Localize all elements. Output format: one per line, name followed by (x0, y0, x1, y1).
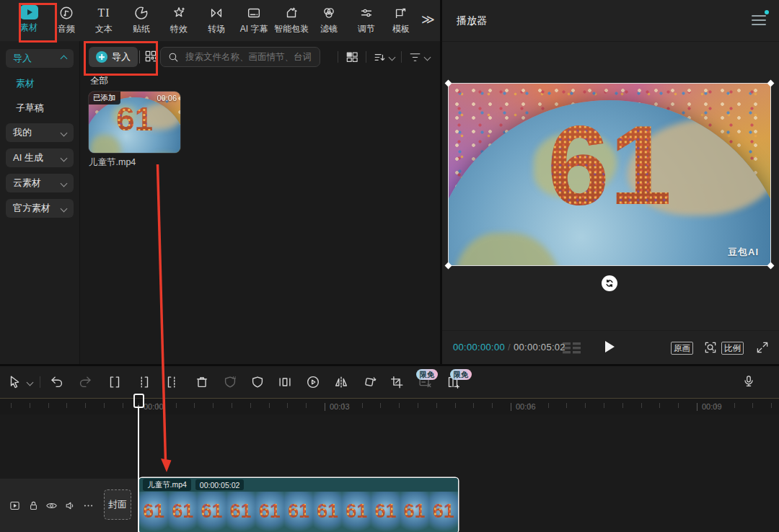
select-tool-icon[interactable] (7, 374, 23, 390)
media-thumbnail-card[interactable]: 已添加 00:06 61 (89, 92, 180, 153)
tab-ai-captions[interactable]: AI 字幕 (235, 0, 273, 35)
plus-icon (96, 51, 107, 63)
clip-header: 儿童节.mp4 00:00:05:02 (139, 478, 458, 492)
current-time: 00:00:00:00 (453, 342, 505, 353)
video-clip[interactable]: 儿童节.mp4 00:00:05:02 61 61 61 61 61 61 61… (139, 478, 458, 532)
grid-view-icon[interactable] (345, 50, 359, 64)
top-toolbar: 素材 音频 TI 文本 贴纸 特效 转场 AI 字幕 智能包装 (0, 0, 440, 41)
sidebar-import-header[interactable]: 导入 (6, 49, 74, 68)
sidebar-item-official[interactable]: 官方素材 (6, 199, 74, 218)
sort-control[interactable] (373, 50, 395, 64)
filter-circles-icon (321, 5, 337, 21)
search-input[interactable] (184, 51, 313, 63)
scan-import-icon[interactable] (144, 49, 158, 63)
fullscreen-icon[interactable] (755, 340, 770, 355)
sidebar-item-ai-generate[interactable]: AI 生成 (6, 148, 74, 167)
added-badge: 已添加 (89, 92, 120, 105)
visibility-eye-icon[interactable] (45, 500, 58, 512)
sidebar-item-media[interactable]: 素材 (16, 77, 35, 90)
ai-matting-icon[interactable]: AI (222, 374, 238, 390)
sidebar-item-cloud[interactable]: 云素材 (6, 174, 74, 192)
transition-icon (208, 5, 224, 21)
ruler-ticks (0, 403, 779, 408)
clip-name-badge: 儿童节.mp4 (143, 479, 191, 491)
toolbar-expand-button[interactable]: ≫ (421, 12, 433, 27)
rotate-loop-button[interactable] (602, 275, 617, 291)
sort-icon (373, 50, 387, 64)
category-all-label[interactable]: 全部 (90, 75, 108, 87)
rotate-icon[interactable] (361, 374, 377, 390)
playhead-handle[interactable] (133, 394, 144, 408)
undo-icon[interactable] (49, 374, 65, 390)
mirror-icon[interactable] (333, 374, 349, 390)
clip-filmstrip: 61 61 61 61 61 61 61 61 61 61 61 (139, 492, 458, 532)
tab-adjust[interactable]: 调节 (348, 0, 385, 35)
freeze-frame-icon[interactable] (277, 374, 293, 390)
video-editor-app: 素材 音频 TI 文本 贴纸 特效 转场 AI 字幕 智能包装 (0, 0, 779, 532)
sticker-icon (133, 5, 149, 21)
split-icon[interactable] (107, 374, 123, 390)
timecode: 00:00:00:00/00:00:05:02 (453, 342, 565, 353)
more-options-icon[interactable] (82, 500, 94, 512)
tab-smart-package[interactable]: 智能包装 (273, 0, 310, 35)
library-sidebar: 导入 素材 子草稿 我的 AI 生成 云素材 官方素材 (0, 41, 80, 364)
tab-audio[interactable]: 音频 (48, 0, 85, 35)
speed-icon[interactable] (305, 374, 321, 390)
sidebar-item-subdraft[interactable]: 子草稿 (16, 102, 44, 115)
adjust-sliders-icon (358, 5, 374, 21)
filter-control[interactable] (408, 50, 430, 64)
crop-icon[interactable] (389, 374, 405, 390)
preview-video-frame: 61 豆包AI (449, 84, 770, 265)
cover-button[interactable]: 封面 (104, 489, 131, 520)
free-badge: 限免 (416, 369, 438, 380)
chevron-up-icon (61, 55, 68, 62)
original-quality-button[interactable]: 原画 (671, 342, 693, 355)
tab-media[interactable]: 素材 (10, 0, 48, 34)
tab-filter[interactable]: 滤镜 (310, 0, 348, 35)
player-menu-icon[interactable] (752, 15, 766, 25)
search-box (160, 47, 320, 67)
chevron-down-icon (61, 179, 68, 187)
delete-icon[interactable] (194, 374, 210, 390)
import-button[interactable]: 导入 (89, 47, 138, 67)
ruler-label: 00:03 (325, 402, 350, 411)
redo-icon[interactable] (77, 374, 93, 390)
divider (40, 376, 40, 388)
tab-transition[interactable]: 转场 (198, 0, 235, 35)
timeline-ruler[interactable]: 00:00 00:03 00:06 00:09 (0, 398, 779, 415)
record-mic-icon[interactable] (741, 374, 756, 389)
sidebar-item-mine[interactable]: 我的 (6, 123, 74, 142)
chevron-down-icon[interactable] (27, 379, 34, 386)
preview-zoom-icon[interactable] (703, 340, 718, 355)
library-view-tools (338, 47, 430, 67)
chevron-down-icon (61, 205, 68, 212)
tab-template[interactable]: 模板 (385, 0, 417, 35)
track-area: 封面 儿童节.mp4 00:00:05:02 61 61 61 61 61 61… (0, 414, 779, 532)
player-controls: 00:00:00:00/00:00:05:02 原画 比例 (442, 330, 779, 364)
timeline-toolbar: AI 限免 限免 (0, 366, 779, 398)
track-header: 封面 (0, 479, 137, 532)
split-keep-left-icon[interactable] (164, 374, 180, 390)
resize-handle[interactable] (767, 262, 775, 270)
duration-badge: 00:06 (157, 94, 177, 102)
timeline-section: AI 限免 限免 00:00 00:03 00:06 00:09 (0, 366, 779, 532)
ai-watermark: 豆包AI (728, 246, 759, 259)
chevron-down-icon (61, 129, 68, 136)
lock-icon[interactable] (27, 500, 40, 512)
smart-package-icon (283, 5, 299, 21)
mute-speaker-icon[interactable] (64, 500, 76, 512)
frame-list-icon[interactable] (563, 342, 581, 354)
play-button[interactable] (605, 341, 615, 353)
aspect-ratio-button[interactable]: 比例 (721, 342, 744, 355)
matting-icon[interactable] (250, 374, 265, 390)
tab-sticker[interactable]: 贴纸 (123, 0, 160, 35)
total-duration: 00:00:05:02 (514, 342, 565, 353)
notification-dot (765, 10, 769, 14)
media-library-panel: 导入 全部 已添加 00:06 (80, 41, 440, 364)
track-type-icon (9, 500, 21, 512)
split-keep-right-icon[interactable] (136, 374, 151, 390)
preview-frame[interactable]: 61 豆包AI (449, 84, 770, 265)
tab-effects[interactable]: 特效 (160, 0, 198, 35)
media-icon (20, 5, 38, 19)
tab-text[interactable]: TI 文本 (85, 0, 123, 35)
